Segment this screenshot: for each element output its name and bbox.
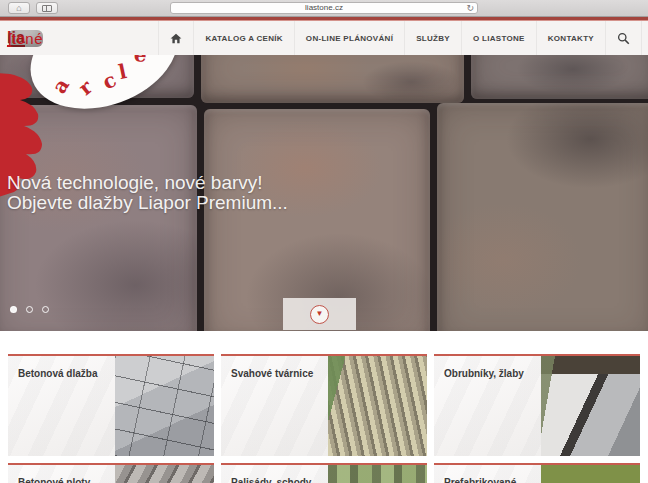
tile-label: Obrubníky, žlaby (444, 368, 524, 379)
tile-prefabrikovane[interactable]: Prefabrikované (434, 463, 640, 483)
tile-label: Prefabrikované (444, 477, 516, 483)
carousel-dot-3[interactable] (42, 306, 49, 313)
scroll-down-box[interactable]: ▼ (283, 298, 356, 330)
reload-icon[interactable]: ↻ (466, 3, 474, 13)
nav-item-o-liastone[interactable]: O LIASTONE (461, 21, 536, 55)
scroll-down-button[interactable]: ▼ (310, 305, 329, 324)
arrow-down-icon: ▼ (316, 310, 324, 318)
tile-label: Betonová dlažba (18, 368, 97, 379)
browser-sidebar-button[interactable] (36, 2, 58, 14)
nav-home-link[interactable] (158, 21, 193, 55)
tile-photo-paving (115, 356, 214, 456)
carousel-dots (10, 306, 49, 313)
tile-obrubniky-zlaby[interactable]: Obrubníky, žlaby (434, 354, 640, 456)
browser-home-button[interactable]: ⌂ (8, 2, 30, 14)
tile-svahove-tvarnice[interactable]: Svahové tvárnice (221, 354, 427, 456)
badge-letter: c (99, 67, 120, 94)
tile-photo-fences (115, 465, 214, 483)
address-bar[interactable]: liastone.cz ↻ (170, 2, 478, 14)
main-nav: KATALOG A CENÍK ON-LINE PLÁNOVÁNÍ SLUŽBY… (158, 21, 648, 55)
hero-headline-line2: Objevte dlažby Liapor Premium... (7, 193, 288, 213)
hero-headline-line1: Nová technologie, nové barvy! (7, 173, 288, 193)
carousel-dot-2[interactable] (26, 306, 33, 313)
tile-palisady-schody[interactable]: Palisády, schody (221, 463, 427, 483)
address-url: liastone.cz (171, 3, 477, 13)
tile-label: Svahové tvárnice (231, 368, 313, 379)
nav-item-planovani[interactable]: ON-LINE PLÁNOVÁNÍ (294, 21, 404, 55)
badge-letter: l (116, 59, 128, 84)
nav-item-sluzby[interactable]: SLUŽBY (404, 21, 461, 55)
tile-betonove-ploty[interactable]: Betonové ploty (8, 463, 214, 483)
logo[interactable]: lia ʃtoné (0, 21, 25, 55)
site-header: lia ʃtoné KATALOG A CENÍK ON-LINE PLÁNOV… (0, 17, 648, 55)
category-grid: Betonová dlažba Svahové tvárnice Obrubní… (8, 354, 640, 483)
hero-carousel: a r c l e w Nová technologie, nové barvy… (0, 55, 648, 331)
paving-stone (471, 55, 648, 99)
badge-letter: r (73, 75, 97, 100)
badge-letter: a (47, 74, 74, 98)
badge-letter: e (133, 55, 147, 67)
tile-photo-curbs (541, 356, 640, 456)
tile-betonova-dlazba[interactable]: Betonová dlažba (8, 354, 214, 456)
nav-item-kontakty[interactable]: KONTAKTY (536, 21, 605, 55)
tile-label: Palisády, schody (231, 477, 311, 483)
browser-toolbar: ⌂ liastone.cz ↻ (0, 0, 648, 17)
nav-item-katalog[interactable]: KATALOG A CENÍK (193, 21, 293, 55)
carousel-dot-1[interactable] (10, 306, 17, 313)
sidebar-icon (42, 5, 52, 12)
hero-headline: Nová technologie, nové barvy! Objevte dl… (7, 173, 288, 214)
tile-photo-prefab (541, 465, 640, 483)
logo-text-stone: ʃtoné (8, 30, 43, 47)
paving-stone (201, 55, 464, 103)
tile-photo-retaining-wall (328, 356, 427, 456)
paving-stone (437, 103, 648, 331)
tile-photo-palisades (328, 465, 427, 483)
home-icon: ⌂ (16, 4, 21, 13)
search-icon (617, 32, 630, 45)
tile-label: Betonové ploty (18, 477, 90, 483)
home-icon (170, 33, 182, 44)
nav-search-button[interactable] (605, 21, 642, 55)
